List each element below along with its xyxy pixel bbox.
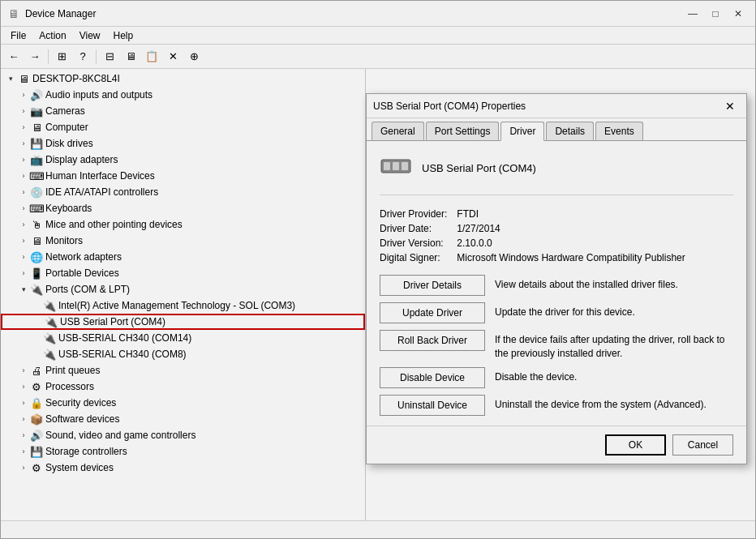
roll-back-desc: If the device fails after updating the d… (495, 330, 733, 361)
menu-view[interactable]: View (73, 28, 107, 43)
prop-value-1: 1/27/2014 (457, 223, 733, 234)
driver-action-row-4: Uninstall Device Uninstall the device fr… (380, 395, 733, 416)
prop-value-3: Microsoft Windows Hardware Compatibility… (457, 252, 733, 263)
toolbar: ← → ⊞ ? ⊟ 🖥 📋 ✕ ⊕ (1, 45, 755, 69)
list-button[interactable]: 📋 (142, 47, 161, 66)
main-window: 🖥 Device Manager — □ ✕ File Action View … (0, 0, 756, 539)
svg-rect-3 (402, 162, 408, 170)
disable-device-desc: Disable the device. (495, 367, 577, 384)
uninstall-device-desc: Uninstall the device from the system (Ad… (495, 395, 707, 412)
cancel-button[interactable]: Cancel (672, 434, 733, 456)
driver-action-row-1: Update Driver Update the driver for this… (380, 302, 733, 323)
back-button[interactable]: ← (4, 47, 24, 66)
menu-bar: File Action View Help (1, 27, 755, 45)
driver-action-row-2: Roll Back Driver If the device fails aft… (380, 330, 733, 361)
driver-action-row-0: Driver Details View details about the in… (380, 275, 733, 296)
tab-events[interactable]: Events (595, 122, 643, 140)
svg-rect-1 (384, 162, 390, 170)
forward-button[interactable]: → (25, 47, 45, 66)
help-button[interactable]: ? (73, 47, 92, 66)
driver-details-desc: View details about the installed driver … (495, 275, 678, 292)
title-bar: 🖥 Device Manager — □ ✕ (1, 1, 755, 27)
title-bar-controls: — □ ✕ (682, 6, 749, 22)
modal-close-button[interactable]: ✕ (720, 98, 740, 114)
menu-help[interactable]: Help (107, 28, 140, 43)
menu-action[interactable]: Action (32, 28, 72, 43)
add-button[interactable]: ⊕ (184, 47, 204, 66)
prop-label-0: Driver Provider: (380, 208, 447, 220)
status-bar (1, 520, 755, 538)
show-properties-button[interactable]: ⊞ (52, 47, 71, 66)
computer-button[interactable]: 🖥 (121, 47, 140, 66)
uninstall-device-button[interactable]: Uninstall Device (380, 395, 485, 416)
update-driver-desc: Update the driver for this device. (495, 302, 635, 319)
tab-driver[interactable]: Driver (500, 122, 544, 141)
prop-value-0: FTDI (457, 208, 733, 220)
modal-title: USB Serial Port (COM4) Properties (373, 101, 720, 112)
tab-details[interactable]: Details (546, 122, 594, 140)
driver-details-button[interactable]: Driver Details (380, 275, 485, 296)
prop-value-2: 2.10.0.0 (457, 237, 733, 249)
tab-general[interactable]: General (372, 122, 424, 140)
modal-footer: OK Cancel (367, 426, 746, 464)
disable-device-button[interactable]: Disable Device (380, 367, 485, 388)
driver-actions: Driver Details View details about the in… (380, 275, 733, 416)
ok-button[interactable]: OK (605, 434, 666, 456)
properties-dialog: USB Serial Port (COM4) Properties ✕ Gene… (366, 93, 747, 464)
remove-button[interactable]: ✕ (163, 47, 183, 66)
content-area: ▾ 🖥 DESKTOP-8KC8L4I › 🔊 Audio inputs and… (1, 69, 755, 520)
prop-label-1: Driver Date: (380, 223, 447, 234)
scan-button[interactable]: ⊟ (100, 47, 119, 66)
modal-content: USB Serial Port (COM4) Driver Provider: … (367, 141, 746, 426)
toolbar-sep-2 (96, 49, 97, 64)
tab-port-settings[interactable]: Port Settings (426, 122, 500, 140)
menu-file[interactable]: File (4, 28, 32, 43)
update-driver-button[interactable]: Update Driver (380, 302, 485, 323)
props-table: Driver Provider: FTDI Driver Date: 1/27/… (380, 208, 733, 263)
prop-label-2: Driver Version: (380, 237, 447, 249)
title-bar-text: Device Manager (25, 8, 682, 19)
modal-overlay: USB Serial Port (COM4) Properties ✕ Gene… (1, 69, 755, 520)
driver-action-row-3: Disable Device Disable the device. (380, 367, 733, 388)
maximize-button[interactable]: □ (705, 6, 726, 22)
device-name: USB Serial Port (COM4) (422, 162, 536, 174)
prop-label-3: Digital Signer: (380, 252, 447, 263)
minimize-button[interactable]: — (682, 6, 703, 22)
toolbar-sep-1 (48, 49, 49, 64)
app-icon: 🖥 (7, 7, 20, 20)
modal-title-bar: USB Serial Port (COM4) Properties ✕ (367, 94, 746, 118)
device-header: USB Serial Port (COM4) (380, 151, 733, 195)
device-big-icon (380, 151, 412, 185)
roll-back-button[interactable]: Roll Back Driver (380, 330, 485, 351)
tabs-bar: General Port Settings Driver Details Eve… (367, 118, 746, 141)
close-button[interactable]: ✕ (728, 6, 749, 22)
svg-rect-2 (393, 162, 399, 170)
